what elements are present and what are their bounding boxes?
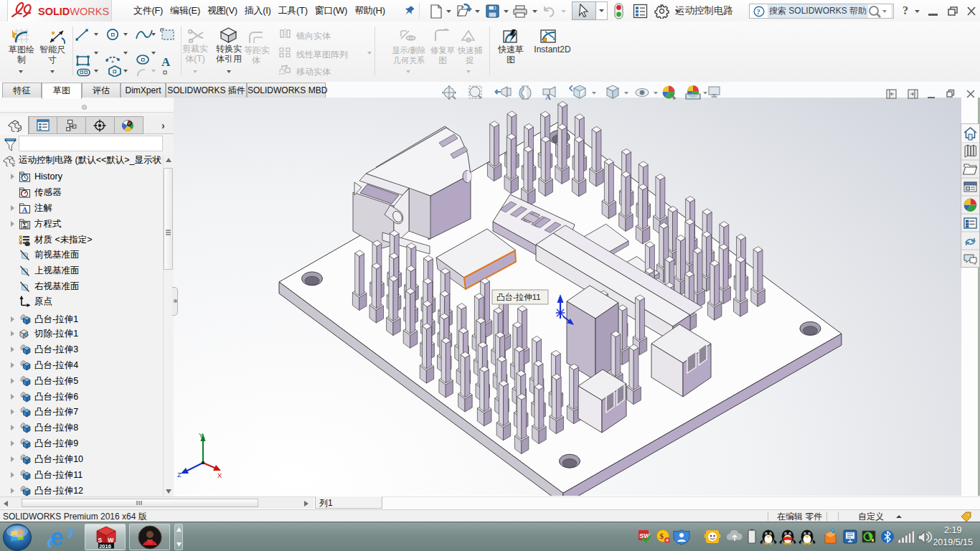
svg-text:A: A <box>161 55 171 69</box>
svg-text:$: $ <box>660 532 664 540</box>
svg-text:e: e <box>50 524 63 550</box>
svg-text:SOLIDWORKS: SOLIDWORKS <box>38 6 109 17</box>
svg-text:Z: Z <box>177 471 182 479</box>
svg-text:Y: Y <box>199 431 204 439</box>
svg-text:?: ? <box>757 7 760 15</box>
svg-text:A: A <box>545 93 551 101</box>
svg-text:2016: 2016 <box>99 543 111 549</box>
svg-text:凸台-拉伸11: 凸台-拉伸11 <box>496 293 541 301</box>
svg-text:X: X <box>217 471 222 479</box>
